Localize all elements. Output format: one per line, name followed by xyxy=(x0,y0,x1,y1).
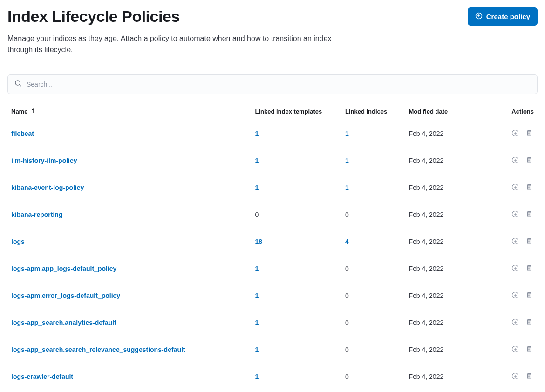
column-header-name[interactable]: Name xyxy=(11,108,36,115)
modified-date: Feb 4, 2022 xyxy=(405,201,484,228)
linked-templates-count[interactable]: 18 xyxy=(255,238,262,245)
policy-name-link[interactable]: logs-apm.error_logs-default_policy xyxy=(11,292,120,299)
linked-indices-count: 0 xyxy=(345,373,349,380)
add-action-icon[interactable] xyxy=(511,318,520,327)
modified-date: Feb 4, 2022 xyxy=(405,336,484,363)
linked-indices-count[interactable]: 1 xyxy=(345,157,349,164)
create-policy-button[interactable]: Create policy xyxy=(468,7,538,26)
linked-indices-count: 0 xyxy=(345,346,349,353)
search-container[interactable] xyxy=(7,74,538,94)
delete-action-icon[interactable] xyxy=(525,155,534,165)
delete-action-icon[interactable] xyxy=(525,182,534,192)
linked-indices-count: 0 xyxy=(345,292,349,299)
table-row: logs-crawler-default10Feb 4, 2022 xyxy=(7,363,538,390)
table-row: logs184Feb 4, 2022 xyxy=(7,228,538,255)
policy-name-link[interactable]: logs xyxy=(11,238,25,245)
linked-templates-count[interactable]: 1 xyxy=(255,157,259,164)
table-row: logs-apm.error_logs-default_policy10Feb … xyxy=(7,282,538,309)
modified-date: Feb 4, 2022 xyxy=(405,363,484,390)
page-title: Index Lifecycle Policies xyxy=(7,7,180,26)
policies-table: Name Linked index templates Linked indic… xyxy=(7,103,538,390)
delete-action-icon[interactable] xyxy=(525,345,534,354)
create-policy-label: Create policy xyxy=(486,13,530,20)
modified-date: Feb 4, 2022 xyxy=(405,147,484,174)
linked-templates-count: 0 xyxy=(255,211,259,218)
linked-templates-count[interactable]: 1 xyxy=(255,265,259,272)
table-row: logs-apm.app_logs-default_policy10Feb 4,… xyxy=(7,255,538,282)
table-row: filebeat11Feb 4, 2022 xyxy=(7,120,538,147)
svg-point-3 xyxy=(15,81,20,85)
add-action-icon[interactable] xyxy=(511,210,520,219)
delete-action-icon[interactable] xyxy=(525,210,534,219)
table-row: kibana-reporting00Feb 4, 2022 xyxy=(7,201,538,228)
modified-date: Feb 4, 2022 xyxy=(405,282,484,309)
modified-date: Feb 4, 2022 xyxy=(405,255,484,282)
policy-name-link[interactable]: logs-app_search.search_relevance_suggest… xyxy=(11,346,185,353)
policy-name-link[interactable]: kibana-reporting xyxy=(11,211,62,218)
linked-indices-count: 0 xyxy=(345,211,349,218)
policy-name-link[interactable]: logs-app_search.analytics-default xyxy=(11,319,116,326)
delete-action-icon[interactable] xyxy=(525,318,534,327)
table-row: kibana-event-log-policy11Feb 4, 2022 xyxy=(7,174,538,201)
add-action-icon[interactable] xyxy=(511,128,520,138)
column-header-modified[interactable]: Modified date xyxy=(405,103,484,120)
table-row: ilm-history-ilm-policy11Feb 4, 2022 xyxy=(7,147,538,174)
linked-templates-count[interactable]: 1 xyxy=(255,184,259,191)
policy-name-link[interactable]: filebeat xyxy=(11,130,34,137)
add-action-icon[interactable] xyxy=(511,237,520,246)
add-action-icon[interactable] xyxy=(511,372,520,381)
search-input[interactable] xyxy=(27,81,531,88)
policy-name-link[interactable]: logs-apm.app_logs-default_policy xyxy=(11,265,116,272)
divider xyxy=(7,65,538,65)
column-header-templates[interactable]: Linked index templates xyxy=(251,103,341,120)
modified-date: Feb 4, 2022 xyxy=(405,309,484,336)
modified-date: Feb 4, 2022 xyxy=(405,120,484,147)
linked-indices-count[interactable]: 1 xyxy=(345,184,349,191)
search-icon xyxy=(14,80,22,89)
linked-indices-count[interactable]: 4 xyxy=(345,238,349,245)
linked-indices-count: 0 xyxy=(345,319,349,326)
add-action-icon[interactable] xyxy=(511,182,520,192)
linked-templates-count[interactable]: 1 xyxy=(255,373,259,380)
table-row: logs-app_search.search_relevance_suggest… xyxy=(7,336,538,363)
delete-action-icon[interactable] xyxy=(525,291,534,300)
table-row: logs-app_search.analytics-default10Feb 4… xyxy=(7,309,538,336)
sort-ascending-icon xyxy=(30,108,36,115)
delete-action-icon[interactable] xyxy=(525,372,534,381)
linked-indices-count: 0 xyxy=(345,265,349,272)
linked-templates-count[interactable]: 1 xyxy=(255,292,259,299)
delete-action-icon[interactable] xyxy=(525,264,534,273)
add-action-icon[interactable] xyxy=(511,264,520,273)
add-action-icon[interactable] xyxy=(511,345,520,354)
column-header-name-label: Name xyxy=(11,108,27,115)
policy-name-link[interactable]: ilm-history-ilm-policy xyxy=(11,157,77,164)
svg-line-4 xyxy=(20,85,21,86)
policy-name-link[interactable]: logs-crawler-default xyxy=(11,373,73,380)
delete-action-icon[interactable] xyxy=(525,237,534,246)
linked-templates-count[interactable]: 1 xyxy=(255,319,259,326)
page-description: Manage your indices as they age. Attach … xyxy=(7,33,334,55)
linked-templates-count[interactable]: 1 xyxy=(255,130,259,137)
linked-indices-count[interactable]: 1 xyxy=(345,130,349,137)
policy-name-link[interactable]: kibana-event-log-policy xyxy=(11,184,84,191)
column-header-actions: Actions xyxy=(484,103,538,120)
plus-circle-icon xyxy=(475,12,483,21)
modified-date: Feb 4, 2022 xyxy=(405,228,484,255)
column-header-indices[interactable]: Linked indices xyxy=(341,103,405,120)
linked-templates-count[interactable]: 1 xyxy=(255,346,259,353)
delete-action-icon[interactable] xyxy=(525,128,534,138)
add-action-icon[interactable] xyxy=(511,155,520,165)
add-action-icon[interactable] xyxy=(511,291,520,300)
modified-date: Feb 4, 2022 xyxy=(405,174,484,201)
